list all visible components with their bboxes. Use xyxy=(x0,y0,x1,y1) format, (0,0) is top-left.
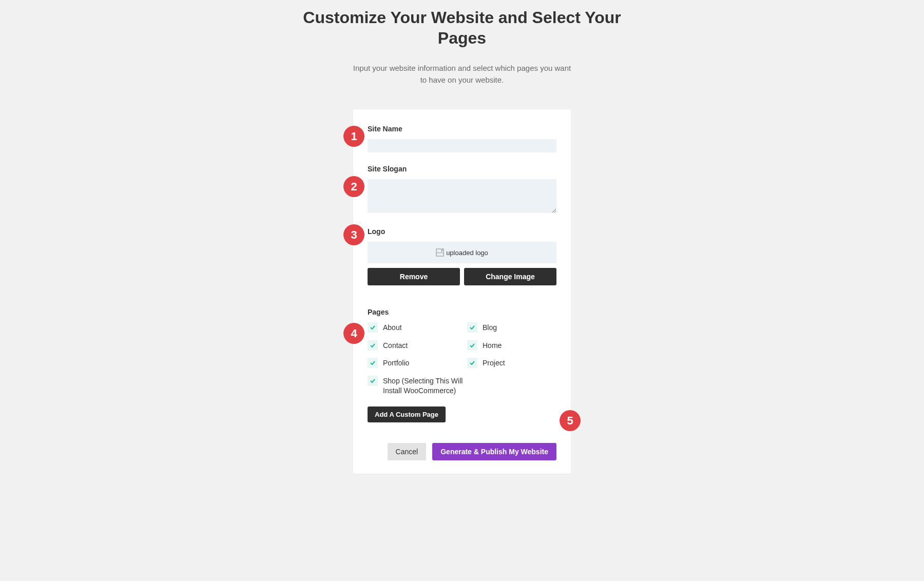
page-label-project: Project xyxy=(483,358,505,369)
page-subtitle: Input your website information and selec… xyxy=(349,63,575,86)
change-image-button[interactable]: Change Image xyxy=(464,268,556,285)
page-title: Customize Your Website and Select Your P… xyxy=(282,7,642,48)
remove-logo-button[interactable]: Remove xyxy=(368,268,460,285)
annotation-badge-4: 4 xyxy=(343,323,364,344)
page-item-about: About xyxy=(368,322,457,333)
site-slogan-label: Site Slogan xyxy=(368,165,556,173)
form-card: 1 2 3 4 5 Site Name Site Slogan Logo upl… xyxy=(353,109,571,474)
page-label-portfolio: Portfolio xyxy=(383,358,409,369)
page-item-portfolio: Portfolio xyxy=(368,358,457,369)
checkbox-contact[interactable] xyxy=(368,340,378,351)
cancel-button[interactable]: Cancel xyxy=(388,443,427,460)
site-slogan-input[interactable] xyxy=(368,179,556,213)
add-custom-page-button[interactable]: Add A Custom Page xyxy=(368,406,446,422)
checkbox-shop[interactable] xyxy=(368,376,378,386)
page-item-shop: Shop (Selecting This Will Install WooCom… xyxy=(368,376,466,396)
page-label-shop: Shop (Selecting This Will Install WooCom… xyxy=(383,376,466,396)
logo-preview: uploaded logo xyxy=(368,242,556,263)
logo-label: Logo xyxy=(368,227,556,236)
page-label-contact: Contact xyxy=(383,340,408,351)
page-item-project: Project xyxy=(467,358,556,369)
checkbox-about[interactable] xyxy=(368,322,378,333)
checkbox-portfolio[interactable] xyxy=(368,358,378,368)
page-item-home: Home xyxy=(467,340,556,351)
checkbox-home[interactable] xyxy=(467,340,477,351)
checkbox-blog[interactable] xyxy=(467,322,477,333)
annotation-badge-1: 1 xyxy=(343,126,364,147)
pages-label: Pages xyxy=(368,308,556,316)
annotation-badge-3: 3 xyxy=(343,224,364,245)
page-label-about: About xyxy=(383,322,402,333)
site-name-label: Site Name xyxy=(368,125,556,133)
logo-alt-text: uploaded logo xyxy=(446,249,488,257)
broken-image-icon: uploaded logo xyxy=(436,248,488,257)
page-item-blog: Blog xyxy=(467,322,556,333)
page-label-home: Home xyxy=(483,340,502,351)
page-label-blog: Blog xyxy=(483,322,497,333)
annotation-badge-5: 5 xyxy=(560,410,581,431)
checkbox-project[interactable] xyxy=(467,358,477,368)
site-name-input[interactable] xyxy=(368,139,556,152)
annotation-badge-2: 2 xyxy=(343,176,364,197)
generate-publish-button[interactable]: Generate & Publish My Website xyxy=(432,443,556,460)
page-item-contact: Contact xyxy=(368,340,457,351)
